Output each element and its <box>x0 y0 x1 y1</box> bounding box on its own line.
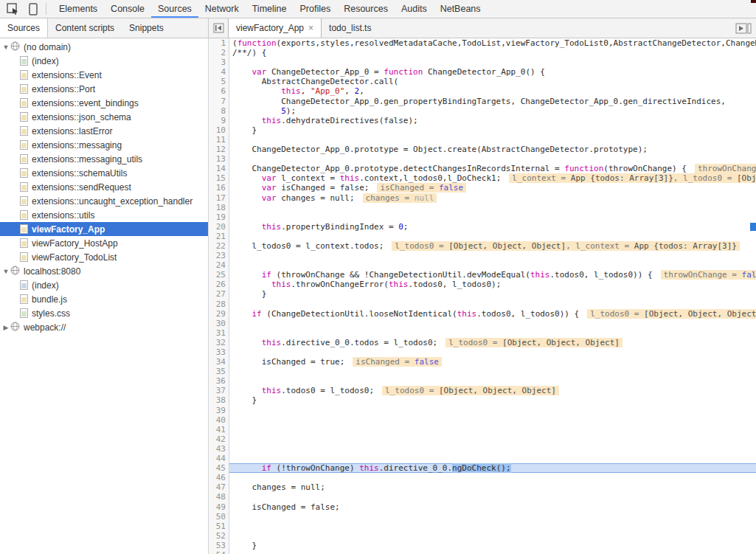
close-tab-icon[interactable]: × <box>308 23 313 33</box>
panel-tab-netbeans[interactable]: NetBeans <box>434 0 488 18</box>
code-text[interactable] <box>229 319 756 328</box>
line-number[interactable]: 8 <box>209 106 229 116</box>
line-number[interactable]: 30 <box>209 319 229 328</box>
line-number[interactable]: 28 <box>209 299 229 309</box>
line-number[interactable]: 34 <box>209 357 229 367</box>
line-number[interactable]: 7 <box>209 97 229 106</box>
line-number[interactable]: 10 <box>209 125 229 135</box>
sidebar-item-extensions-sendrequest[interactable]: extensions::sendRequest <box>0 180 208 194</box>
code-text[interactable] <box>229 328 756 338</box>
domain-item-no-domain[interactable]: ▼(no domain) <box>0 40 208 54</box>
code-text[interactable] <box>229 232 756 241</box>
sidebar-item-extensions-utils[interactable]: extensions::utils <box>0 208 208 222</box>
chevron-down-icon[interactable]: ▼ <box>1 44 10 51</box>
line-number[interactable]: 37 <box>209 386 229 395</box>
code-text[interactable]: ChangeDetector_App_0.gen_propertyBinding… <box>229 97 756 106</box>
code-text[interactable] <box>229 135 756 145</box>
code-text[interactable] <box>229 415 756 425</box>
file-tab-viewfactory-app[interactable]: viewFactory_App× <box>228 18 322 38</box>
line-number[interactable]: 51 <box>209 522 229 531</box>
code-text[interactable]: this.todos0 = l_todos0;l_todos0 = [Objec… <box>229 386 756 395</box>
code-text[interactable]: } <box>229 125 756 135</box>
line-number[interactable]: 52 <box>209 531 229 541</box>
code-text[interactable]: isChanged = false; <box>229 502 756 512</box>
sidebar-item-extensions-lasterror[interactable]: extensions::lastError <box>0 124 208 138</box>
code-text[interactable]: l_todos0 = l_context.todos;l_todos0 = [O… <box>229 241 756 251</box>
sidebar-item-extensions-messaging[interactable]: extensions::messaging <box>0 138 208 152</box>
line-number[interactable]: 41 <box>209 425 229 434</box>
domain-item-webpack[interactable]: ▶webpack:// <box>0 320 208 334</box>
sidebar-item-extensions-uncaught-exception-handler[interactable]: extensions::uncaught_exception_handler <box>0 194 208 208</box>
inspect-element-icon[interactable] <box>6 2 19 15</box>
code-text[interactable]: } <box>229 541 756 550</box>
line-number[interactable]: 26 <box>209 280 229 289</box>
navigator-tab-snippets[interactable]: Snippets <box>122 18 171 38</box>
line-number[interactable]: 24 <box>209 260 229 270</box>
line-number[interactable]: 13 <box>209 154 229 164</box>
line-number[interactable]: 48 <box>209 492 229 502</box>
line-number[interactable]: 19 <box>209 212 229 222</box>
chevron-right-icon[interactable]: ▶ <box>1 324 10 331</box>
line-number[interactable]: 49 <box>209 502 229 512</box>
sidebar-item-extensions-schemautils[interactable]: extensions::schemaUtils <box>0 166 208 180</box>
code-text[interactable] <box>229 347 756 357</box>
code-text[interactable]: this, "App_0", 2, <box>229 86 756 96</box>
sidebar-item-extensions-event-bindings[interactable]: extensions::event_bindings <box>0 96 208 110</box>
code-text[interactable] <box>229 58 756 67</box>
sidebar-item-viewfactory-hostapp[interactable]: viewFactory_HostApp <box>0 236 208 250</box>
code-text[interactable] <box>229 203 756 212</box>
device-mode-icon[interactable] <box>27 2 40 15</box>
sidebar-item-extensions-json-schema[interactable]: extensions::json_schema <box>0 110 208 124</box>
code-text[interactable] <box>229 454 756 463</box>
sidebar-item-styles-css[interactable]: styles.css <box>0 306 208 320</box>
line-number[interactable]: 33 <box>209 347 229 357</box>
code-text[interactable] <box>229 473 756 482</box>
code-text[interactable] <box>229 531 756 541</box>
line-number[interactable]: 17 <box>209 193 229 203</box>
panel-tab-resources[interactable]: Resources <box>337 0 395 18</box>
code-text[interactable]: /**/) { <box>229 48 756 58</box>
code-text[interactable] <box>229 522 756 531</box>
line-number[interactable]: 50 <box>209 512 229 522</box>
code-text[interactable]: this.throwOnChangeError(this.todos0, l_t… <box>229 280 756 289</box>
line-number[interactable]: 29 <box>209 309 229 319</box>
line-number[interactable]: 23 <box>209 251 229 260</box>
navigator-tab-sources[interactable]: Sources <box>0 18 48 38</box>
line-number[interactable]: 39 <box>209 406 229 415</box>
line-number[interactable]: 54 <box>209 550 229 554</box>
code-text[interactable] <box>229 251 756 260</box>
line-number[interactable]: 36 <box>209 376 229 386</box>
line-number[interactable]: 53 <box>209 541 229 550</box>
code-text[interactable]: } <box>229 395 756 405</box>
code-text[interactable]: this.directive_0_0.todos = l_todos0;l_to… <box>229 338 756 347</box>
code-text[interactable] <box>229 299 756 309</box>
panel-tab-elements[interactable]: Elements <box>52 0 104 18</box>
domain-item-localhost-8080[interactable]: ▼localhost:8080 <box>0 264 208 278</box>
code-text[interactable] <box>229 444 756 454</box>
code-text[interactable]: if (ChangeDetectionUtil.looseNotIdentica… <box>229 309 756 319</box>
code-text[interactable]: AbstractChangeDetector.call( <box>229 77 756 86</box>
code-text[interactable] <box>229 154 756 164</box>
sidebar-item-extensions-port[interactable]: extensions::Port <box>0 82 208 96</box>
line-number[interactable]: 5 <box>209 77 229 86</box>
code-text[interactable] <box>229 425 756 434</box>
chevron-down-icon[interactable]: ▼ <box>1 268 10 275</box>
line-number[interactable]: 42 <box>209 434 229 444</box>
code-text[interactable]: var ChangeDetector_App_0 = function Chan… <box>229 67 756 77</box>
line-number[interactable]: 35 <box>209 367 229 376</box>
line-number[interactable]: 15 <box>209 173 229 183</box>
code-text[interactable]: isChanged = true;isChanged = false <box>229 357 756 367</box>
panel-tab-console[interactable]: Console <box>104 0 151 18</box>
code-text[interactable] <box>229 550 756 554</box>
panel-tab-sources[interactable]: Sources <box>151 0 198 18</box>
sidebar-item-index[interactable]: (index) <box>0 278 208 292</box>
line-number[interactable]: 43 <box>209 444 229 454</box>
code-text[interactable]: var l_context = this.context,l_todos0,l_… <box>229 173 756 183</box>
sidebar-item-bundle-js[interactable]: bundle.js <box>0 292 208 306</box>
code-text[interactable]: var isChanged = false;isChanged = false <box>229 183 756 193</box>
code-text[interactable] <box>229 367 756 376</box>
code-text[interactable]: ChangeDetector_App_0.prototype.detectCha… <box>229 164 756 173</box>
hide-navigator-icon[interactable] <box>209 18 228 38</box>
sidebar-item-extensions-event[interactable]: extensions::Event <box>0 68 208 82</box>
show-drawer-icon[interactable] <box>735 22 752 34</box>
